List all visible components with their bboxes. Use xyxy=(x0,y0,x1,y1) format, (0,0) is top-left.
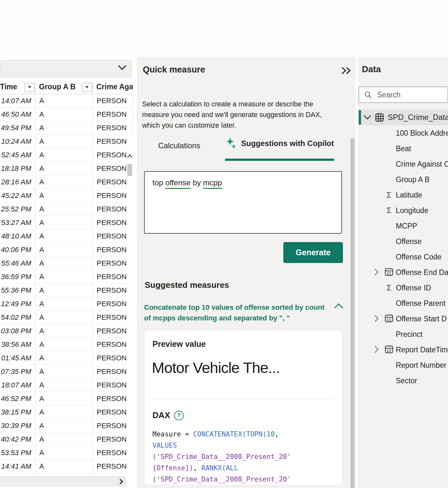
help-icon[interactable]: ? xyxy=(174,411,184,420)
field-row-crime-against-c[interactable]: Crime Against C xyxy=(358,156,448,172)
table-row[interactable]: 18:18 PMAPERSON xyxy=(0,162,133,175)
table-cell[interactable]: 54:02 PM xyxy=(0,311,35,324)
table-cell[interactable]: 38:15 PM xyxy=(0,405,35,419)
suggestion-title[interactable]: Concatenate top 10 values of offense sor… xyxy=(144,302,326,323)
table-cell[interactable]: 14:41 AM xyxy=(0,460,35,473)
table-cell[interactable]: A xyxy=(35,229,93,243)
table-row[interactable]: 46:52 PMAPERSON xyxy=(0,392,133,405)
tab-suggestions-with-copilot[interactable]: Suggestions with Copilot xyxy=(225,128,335,159)
table-cell[interactable]: PERSON xyxy=(93,94,133,108)
table-cell[interactable]: 14:07 AM xyxy=(0,94,35,108)
table-row[interactable]: 25:52 PMAPERSON xyxy=(0,202,133,216)
table-cell[interactable]: A xyxy=(35,311,93,324)
search-input[interactable] xyxy=(376,90,448,100)
field-row-offense-start-d[interactable]: Offense Start D xyxy=(358,311,448,327)
table-cell[interactable]: A xyxy=(35,284,93,297)
table-cell[interactable]: PERSON xyxy=(93,108,133,121)
table-cell[interactable]: 40:42 PM xyxy=(0,433,35,446)
table-cell[interactable]: 28:16 AM xyxy=(0,175,35,189)
field-row-group-a-b[interactable]: Group A B xyxy=(358,172,448,187)
table-row[interactable]: 38:15 PMAPERSON xyxy=(0,405,133,419)
pane-scrollbar-thumb[interactable] xyxy=(350,138,355,488)
table-row[interactable]: 14:07 AMAPERSON xyxy=(0,94,133,108)
table-cell[interactable]: A xyxy=(35,135,93,148)
search-box[interactable] xyxy=(359,87,448,103)
pane-separator[interactable] xyxy=(355,57,358,488)
table-row[interactable]: 40:42 PMAPERSON xyxy=(0,433,133,446)
table-cell[interactable]: A xyxy=(35,189,93,202)
table-cell[interactable]: A xyxy=(35,378,93,392)
table-row[interactable]: 53:53 PMAPERSON xyxy=(0,446,133,460)
filter-dropdown-button[interactable] xyxy=(82,83,92,92)
table-cell[interactable]: 03:08 PM xyxy=(0,324,35,338)
table-cell[interactable]: 53:27 AM xyxy=(0,216,35,229)
chevron-right-icon[interactable] xyxy=(375,346,379,353)
table-cell[interactable]: 07:35 PM xyxy=(0,365,35,378)
column-header-crime-against[interactable]: Crime Agai xyxy=(93,80,133,94)
filter-dropdown-button[interactable] xyxy=(24,83,35,92)
table-cell[interactable]: 18:18 PM xyxy=(0,162,35,175)
scrollbar-thumb[interactable] xyxy=(127,164,132,176)
field-row-sector[interactable]: Sector xyxy=(358,373,448,388)
field-row-offense-parent[interactable]: Offense Parent xyxy=(358,296,448,311)
field-row-offense-end-da[interactable]: Offense End Da xyxy=(358,265,448,280)
chevron-right-icon[interactable] xyxy=(119,479,123,484)
table-cell[interactable]: A xyxy=(35,257,93,270)
tab-calculations[interactable]: Calculations xyxy=(142,133,216,158)
collapsed-dropdown-bar[interactable] xyxy=(0,60,132,77)
table-row[interactable]: 46:50 AMAPERSON xyxy=(0,108,133,121)
table-cell[interactable]: A xyxy=(35,121,93,135)
chevron-right-icon[interactable] xyxy=(375,315,379,322)
table-horizontal-scrollbar[interactable] xyxy=(0,476,126,487)
table-row[interactable]: 30:39 PMAPERSON xyxy=(0,419,133,433)
generate-button[interactable]: Generate xyxy=(283,242,343,263)
table-cell[interactable]: 01:45 AM xyxy=(0,351,35,365)
table-cell[interactable]: 38:56 AM xyxy=(0,338,35,351)
table-row[interactable]: 45:22 AMAPERSON xyxy=(0,189,133,202)
table-cell[interactable]: 10:24 AM xyxy=(0,135,35,148)
table-row[interactable]: 52:45 AMAPERSON xyxy=(0,148,133,162)
field-row-100-block-addre[interactable]: 100 Block Addre xyxy=(358,125,448,141)
chevron-down-icon[interactable] xyxy=(364,115,371,120)
table-cell[interactable]: 55:36 PM xyxy=(0,284,35,297)
table-cell[interactable]: A xyxy=(35,365,93,378)
suggestion-item-header[interactable]: Concatenate top 10 values of offense sor… xyxy=(144,302,350,323)
table-cell[interactable]: 40:06 PM xyxy=(0,243,35,257)
scroll-up-arrow[interactable] xyxy=(127,153,133,159)
table-cell[interactable]: A xyxy=(35,202,93,216)
field-row-offense-id[interactable]: ΣOffense ID xyxy=(358,280,448,296)
table-row[interactable]: 48:10 AMAPERSON xyxy=(0,229,133,243)
table-cell[interactable]: 18:07 AM xyxy=(0,378,35,392)
field-row-longitude[interactable]: ΣLongitude xyxy=(358,203,448,218)
table-row[interactable]: 28:16 AMAPERSON xyxy=(0,175,133,189)
collapse-pane-button[interactable] xyxy=(341,67,352,76)
table-cell[interactable]: PERSON xyxy=(93,121,133,135)
table-row[interactable]: 49:54 PMAPERSON xyxy=(0,121,133,135)
field-row-mcpp[interactable]: MCPP xyxy=(358,218,448,234)
field-row-beat[interactable]: Beat xyxy=(358,141,448,156)
table-cell[interactable]: 36:59 PM xyxy=(0,270,35,284)
field-row-report-datetim[interactable]: Report DateTim xyxy=(358,342,448,357)
table-row[interactable]: 38:56 AMAPERSON xyxy=(0,338,133,351)
table-row[interactable]: 53:27 AMAPERSON xyxy=(0,216,133,229)
field-row-latitude[interactable]: ΣLatitude xyxy=(358,187,448,203)
copilot-prompt-input[interactable]: top offense by mcpp xyxy=(144,171,342,234)
table-cell[interactable]: 12:49 PM xyxy=(0,297,35,311)
table-cell[interactable]: A xyxy=(35,419,93,433)
table-row[interactable]: 54:02 PMAPERSON xyxy=(0,311,133,324)
table-cell[interactable]: A xyxy=(35,94,93,108)
table-vertical-scrollbar[interactable] xyxy=(127,137,133,488)
table-cell[interactable]: A xyxy=(35,338,93,351)
table-cell[interactable]: 55:46 AM xyxy=(0,257,35,270)
table-row[interactable]: 55:46 AMAPERSON xyxy=(0,257,133,270)
table-cell[interactable]: 48:10 AM xyxy=(0,229,35,243)
table-cell[interactable]: 46:52 PM xyxy=(0,392,35,405)
table-row[interactable]: 12:49 PMAPERSON xyxy=(0,297,133,311)
table-cell[interactable]: A xyxy=(35,433,93,446)
table-cell[interactable]: 25:52 PM xyxy=(0,202,35,216)
table-cell[interactable]: A xyxy=(35,297,93,311)
table-cell[interactable]: A xyxy=(35,162,93,175)
table-cell[interactable]: 49:54 PM xyxy=(0,121,35,135)
table-row[interactable]: 10:24 AMAPERSON xyxy=(0,135,133,148)
field-row-precinct[interactable]: Precinct xyxy=(358,327,448,342)
